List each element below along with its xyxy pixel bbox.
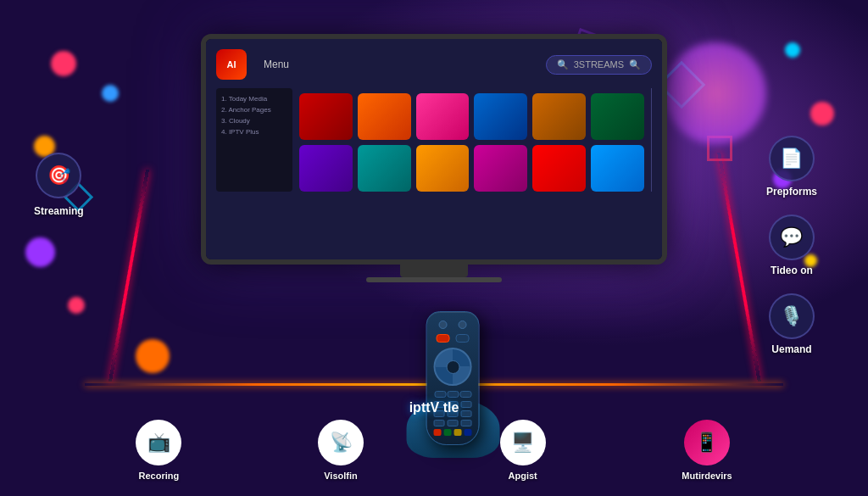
tv-tile-6[interactable]: [591, 93, 644, 140]
apgist-icon-circle: 🖥️: [500, 420, 546, 465]
bottom-feature-apgist: 🖥️ Apgist: [500, 420, 546, 481]
bottom-feature-recording: 📺 Recoring: [136, 420, 181, 481]
prepforms-icon: 📄: [780, 148, 803, 170]
tv: AI Menu 🔍 3STREAMS 🔍 1. Today Media 2. A…: [201, 34, 667, 265]
right-feature-2: 💬 Tideo on: [769, 215, 815, 276]
visolfin-label: Visolfin: [324, 471, 358, 481]
remote-num-7[interactable]: [434, 420, 445, 426]
remote-dpad[interactable]: [434, 348, 472, 386]
tv-tile-1[interactable]: [299, 93, 353, 140]
remote-red-btn[interactable]: [434, 429, 442, 436]
tv-top-bar: AI Menu 🔍 3STREAMS 🔍: [216, 49, 652, 80]
tideo-icon: 💬: [780, 226, 803, 248]
uemand-label: Uemand: [771, 343, 811, 355]
orb-7: [785, 42, 800, 58]
visolfin-icon: 📡: [330, 432, 353, 454]
search-icon: 🔍: [557, 59, 569, 70]
tv-tile-11[interactable]: [532, 145, 586, 192]
center-title-container: ipttV tle: [409, 400, 459, 415]
remote-num-8[interactable]: [448, 420, 459, 426]
orb-2: [102, 85, 119, 102]
orb-5: [68, 297, 85, 314]
orb-8: [810, 102, 834, 125]
tv-search[interactable]: 🔍 3STREAMS 🔍: [546, 55, 652, 75]
tv-tile-9[interactable]: [416, 145, 470, 192]
remote-num-6[interactable]: [461, 410, 472, 417]
uemand-icon-circle: 🎙️: [769, 293, 815, 339]
tv-container: AI Menu 🔍 3STREAMS 🔍 1. Today Media 2. A…: [201, 34, 667, 282]
visolfin-icon-circle: 📡: [318, 420, 364, 465]
remote-control: [426, 311, 480, 445]
tv-menu-item-4: 4. IPTV Plus: [221, 126, 287, 137]
remote-home-btn[interactable]: [455, 334, 469, 343]
recording-icon: 📺: [147, 432, 170, 454]
remote-btn-2[interactable]: [458, 320, 466, 329]
orb-big-glow: [665, 42, 766, 144]
right-side-features: 📄 Prepforms 💬 Tideo on 🎙️ Uemand: [766, 136, 817, 355]
uemand-icon: 🎙️: [780, 305, 803, 327]
remote-mid-btns: [434, 334, 472, 343]
remote-ch-up[interactable]: [459, 391, 471, 398]
prepforms-icon-circle: 📄: [769, 136, 815, 181]
remote-color-buttons: [434, 429, 472, 436]
tv-base: [366, 277, 502, 282]
tv-content-area: 1. Today Media 2. Anchor Pages 3. Cloudy…: [216, 88, 652, 192]
multidevice-icon: 📱: [695, 432, 718, 454]
search-icon-right: 🔍: [629, 59, 641, 70]
prepforms-label: Prepforms: [766, 186, 817, 198]
remote-power-btn[interactable]: [437, 334, 450, 343]
tv-tile-3[interactable]: [416, 93, 470, 140]
tv-tile-2[interactable]: [358, 93, 411, 140]
multidevice-label: Mutirdevirs: [682, 471, 732, 481]
tv-tile-7[interactable]: [299, 145, 353, 192]
remote-top-buttons: [434, 320, 472, 329]
right-feature-1: 📄 Prepforms: [766, 136, 817, 198]
tv-left-menu: 1. Today Media 2. Anchor Pages 3. Cloudy…: [216, 88, 292, 192]
dpad-center[interactable]: [446, 360, 459, 374]
tv-nav-text: Menu: [264, 59, 289, 70]
recording-label: Recoring: [138, 471, 179, 481]
streaming-icon: 🎯: [47, 164, 70, 187]
right-feature-3: 🎙️ Uemand: [769, 293, 815, 355]
tv-tile-grid: [299, 93, 644, 192]
left-side-feature: 🎯 Streaming: [34, 153, 84, 217]
remote-yellow-btn[interactable]: [454, 429, 462, 436]
orb-4: [25, 237, 55, 267]
tideo-label: Tideo on: [771, 265, 813, 276]
bottom-feature-visolfin: 📡 Visolfin: [318, 420, 364, 481]
tv-menu-item-2: 2. Anchor Pages: [221, 104, 287, 115]
tideo-icon-circle: 💬: [769, 215, 815, 260]
tv-tile-12[interactable]: [591, 145, 644, 192]
tv-screen: AI Menu 🔍 3STREAMS 🔍 1. Today Media 2. A…: [206, 39, 662, 259]
tv-search-text: 3STREAMS: [574, 59, 624, 70]
bottom-feature-multidevice: 📱 Mutirdevirs: [682, 420, 732, 481]
remote-hand-container: [426, 311, 480, 445]
recording-icon-circle: 📺: [136, 420, 181, 465]
center-title-text: ipttV tle: [409, 400, 459, 415]
apgist-label: Apgist: [509, 471, 537, 481]
remote-num-3[interactable]: [461, 401, 472, 408]
remote-btn-1[interactable]: [439, 320, 448, 329]
tv-tile-8[interactable]: [358, 145, 411, 192]
remote-middle-row: [434, 391, 472, 398]
remote-vol-up[interactable]: [434, 391, 446, 398]
apgist-icon: 🖥️: [511, 432, 534, 454]
tv-tile-10[interactable]: [474, 145, 527, 192]
remote-vol-down[interactable]: [447, 391, 459, 398]
tv-tile-5[interactable]: [532, 93, 586, 140]
remote-green-btn[interactable]: [444, 429, 452, 436]
remote-num-9[interactable]: [461, 420, 472, 426]
tv-stand: [400, 265, 468, 277]
streaming-icon-circle: 🎯: [36, 153, 81, 198]
remote-blue-btn[interactable]: [465, 429, 472, 436]
tv-vertical-divider: [651, 88, 652, 192]
tv-menu-item-3: 3. Cloudy: [221, 115, 287, 126]
streaming-label: Streaming: [34, 205, 84, 217]
multidevice-icon-circle: 📱: [684, 420, 730, 465]
orb-1: [51, 51, 76, 76]
tv-logo: AI: [216, 49, 247, 80]
tv-menu-item-1: 1. Today Media: [221, 93, 287, 104]
tv-tile-4[interactable]: [474, 93, 527, 140]
orb-6: [136, 339, 170, 373]
dpad-ring[interactable]: [434, 348, 472, 386]
